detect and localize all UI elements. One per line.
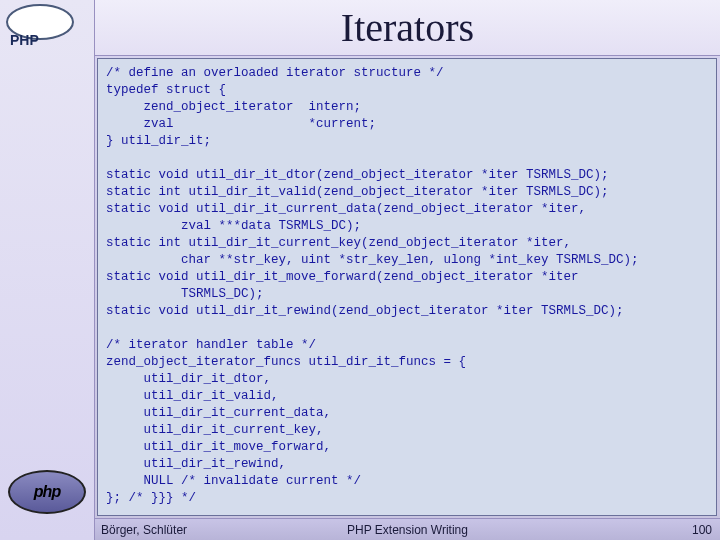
sidebar: Conférence PHP php xyxy=(0,0,95,540)
conference-php-logo: Conférence PHP xyxy=(4,4,90,54)
php-logo-icon: php xyxy=(8,470,86,514)
slide-title: Iterators xyxy=(341,4,474,51)
slide-footer: Börger, Schlüter PHP Extension Writing 1… xyxy=(95,518,720,540)
php-label: PHP xyxy=(10,32,39,48)
footer-title: PHP Extension Writing xyxy=(95,523,720,537)
php-logo-text: php xyxy=(34,483,60,501)
footer-page-number: 100 xyxy=(692,523,712,537)
slide-header: Iterators xyxy=(95,0,720,56)
code-block: /* define an overloaded iterator structu… xyxy=(97,58,717,516)
